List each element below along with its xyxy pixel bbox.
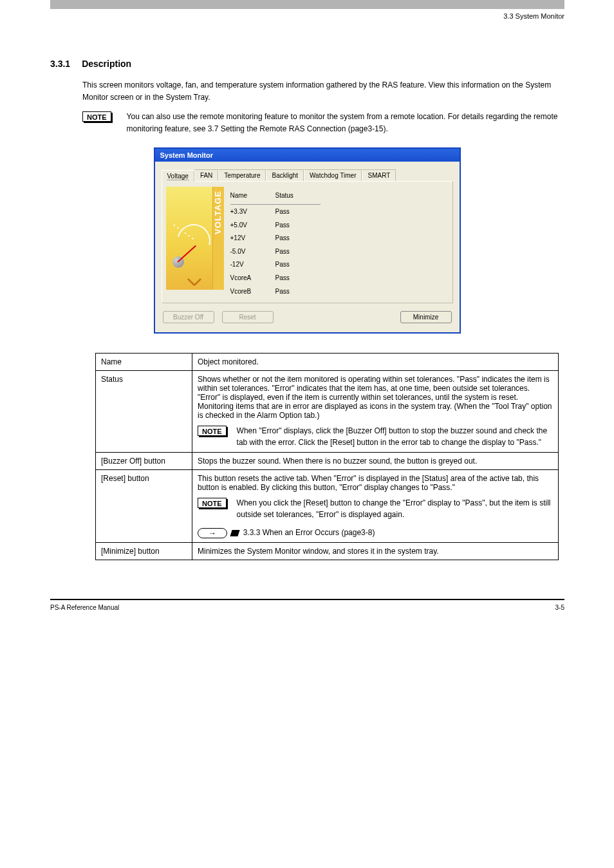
table-row[interactable]: +5.0VPass <box>230 218 321 232</box>
table-row[interactable]: -5.0VPass <box>230 245 321 258</box>
tab-voltage[interactable]: Voltage <box>162 170 194 182</box>
table-row: [Minimize] button Minimizes the System M… <box>96 543 559 560</box>
note-text: When you click the [Reset] button to cha… <box>237 497 553 520</box>
description-table: Name Object monitored. Status Shows whet… <box>95 353 559 560</box>
reference-icon: → <box>198 528 239 538</box>
column-name: Name <box>230 187 275 204</box>
note-badge: NOTE <box>198 498 227 508</box>
row-value: Stops the buzzer sound. When there is no… <box>192 453 559 470</box>
see-also-link: 3.3.3 When an Error Occurs (page3-8) <box>243 529 375 538</box>
table-row: [Buzzer Off] button Stops the buzzer sou… <box>96 453 559 470</box>
row-key: Name <box>96 354 192 371</box>
tab-backlight[interactable]: Backlight <box>266 169 304 181</box>
section-number: 3.3.1 <box>50 59 70 73</box>
voltage-table: Name Status +3.3VPass +5.0VPass +12VPass… <box>230 187 449 297</box>
tab-temperature[interactable]: Temperature <box>218 169 266 181</box>
table-row[interactable]: VcoreBPass <box>230 285 321 298</box>
buzzer-off-button[interactable]: Buzzer Off <box>163 311 214 323</box>
table-row: [Reset] button This button resets the ac… <box>96 470 559 543</box>
table-row[interactable]: VcoreAPass <box>230 271 321 285</box>
page-icon <box>230 530 239 536</box>
row-key: Status <box>96 371 192 453</box>
reset-button[interactable]: Reset <box>222 311 274 323</box>
tab-smart[interactable]: SMART <box>362 169 396 181</box>
row-key: [Reset] button <box>96 470 192 543</box>
tab-watchdog[interactable]: Watchdog Timer <box>304 169 362 181</box>
footer-rule <box>50 599 564 600</box>
table-row: Status Shows whether or not the item mon… <box>96 371 559 453</box>
table-row[interactable]: +12VPass <box>230 232 321 245</box>
header-rule <box>50 0 564 9</box>
section-paragraph: This screen monitors voltage, fan, and t… <box>82 79 559 103</box>
table-row[interactable]: +3.3VPass <box>230 204 321 218</box>
note-badge: NOTE <box>82 111 111 122</box>
row-value: Object monitored. <box>192 354 559 371</box>
footer-left: PS-A Reference Manual <box>50 604 119 611</box>
breadcrumb: 3.3 System Monitor <box>50 12 564 20</box>
table-row[interactable]: -12VPass <box>230 258 321 272</box>
row-value: This button resets the active tab. When … <box>192 470 559 543</box>
system-monitor-window: System Monitor Voltage FAN Temperature B… <box>154 147 461 334</box>
row-value: Shows whether or not the item monitored … <box>192 371 559 453</box>
table-row: Name Object monitored. <box>96 354 559 371</box>
arrow-pill-icon: → <box>198 528 227 538</box>
row-key: [Minimize] button <box>96 543 192 560</box>
voltage-gauge-icon: VOLTAGE • • • • • • <box>166 187 224 290</box>
note-text: When "Error" displays, click the [Buzzer… <box>237 425 553 448</box>
note-badge: NOTE <box>198 426 227 436</box>
row-key: [Buzzer Off] button <box>96 453 192 470</box>
row-value: Minimizes the System Monitor window, and… <box>192 543 559 560</box>
column-status: Status <box>275 187 321 204</box>
note-text: You can also use the remote monitoring f… <box>127 111 559 135</box>
minimize-button[interactable]: Minimize <box>400 311 452 323</box>
footer-right: 3-5 <box>555 604 564 611</box>
section-title: Description <box>82 59 131 69</box>
tab-fan[interactable]: FAN <box>194 169 218 181</box>
window-title: System Monitor <box>155 149 460 162</box>
